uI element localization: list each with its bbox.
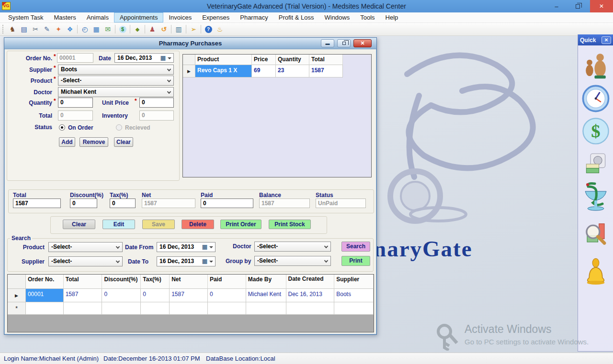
column-header-discount[interactable]: Discount(%) [102,275,141,289]
help-icon[interactable]: ? [203,24,214,34]
received-radio[interactable] [116,124,122,131]
search-product-combobox[interactable]: -Select- [48,242,123,252]
column-header-total[interactable]: Total [64,275,102,289]
patient-record-icon[interactable]: ▤ [18,24,30,34]
medicine-icon[interactable]: ✦ [53,24,64,34]
dialog-close-button[interactable]: ✕ [353,39,372,47]
quantity-field[interactable]: 0 [58,98,93,108]
expenses-icon[interactable]: ◆ [132,24,143,34]
date-from-picker[interactable]: 16 Dec, 2013 ▦ [157,242,216,252]
cell-net[interactable]: 1587 [170,289,208,302]
surgery-icon[interactable]: ✂ [30,24,41,34]
column-header-order-no[interactable]: Order No. [26,275,64,289]
dialog-minimize-button[interactable]: ▬ [321,39,334,47]
column-header-net[interactable]: Net [170,275,208,289]
unit-price-field[interactable]: 0 [139,98,174,108]
cell-total[interactable]: 1587 [309,65,343,77]
row-selector-icon[interactable]: ▶ [8,289,26,302]
cell-discount[interactable]: 0 [102,289,141,302]
cell-date-created[interactable]: Dec 16, 2013 [286,289,335,302]
search-doctor-combobox[interactable]: -Select- [254,242,331,252]
delete-button[interactable]: Delete [182,220,214,229]
supplier-combobox[interactable]: Boots [58,65,174,75]
cell-tax[interactable]: 0 [141,289,170,302]
order-no-field[interactable]: 00001 [57,53,93,63]
remove-button[interactable]: Remove [79,137,108,147]
empty-cell[interactable] [246,302,286,315]
purchases-icon[interactable]: ♟ [147,24,158,34]
menu-system-task[interactable]: System Task [3,12,48,22]
new-row-icon[interactable]: * [8,302,26,315]
menu-profit-loss[interactable]: Profit & Loss [273,12,319,22]
table-row[interactable]: ▶ Revo Caps 1 X 69 23 1587 [183,65,371,77]
returns-icon[interactable]: ↺ [158,24,170,34]
menu-windows[interactable]: Windows [319,12,355,22]
on-order-radio[interactable] [59,124,65,131]
menu-animals[interactable]: Animals [81,12,114,22]
empty-cell[interactable] [170,302,208,315]
cell-quantity[interactable]: 23 [276,65,309,77]
print-stock-button[interactable]: Print Stock [269,220,311,229]
dialog-maximize-button[interactable] [337,39,351,47]
column-header-supplier[interactable]: Supplier [334,275,374,289]
pets-icon[interactable] [583,51,608,80]
menu-tools[interactable]: Tools [355,12,380,22]
cell-made-by[interactable]: Michael Kent [246,289,286,302]
total-field[interactable]: 1587 [13,199,61,208]
reminder-bell-icon[interactable] [585,258,607,286]
empty-cell[interactable] [334,302,374,315]
pharmacy-icon[interactable] [582,180,609,212]
menu-help[interactable]: Help [380,12,404,22]
column-header-date-created[interactable]: Date Created [286,275,335,289]
cell-total[interactable]: 1587 [64,289,102,302]
minimize-button[interactable]: – [546,0,567,12]
menu-pharmacy[interactable]: Pharmacy [235,12,273,22]
empty-cell[interactable] [64,302,102,315]
date-to-picker[interactable]: 16 Dec, 2013 ▦ [157,256,216,266]
vaccination-icon[interactable]: ✎ [41,24,53,34]
row-selector-icon[interactable]: ▶ [183,65,195,77]
column-header-made-by[interactable]: Made By [246,275,286,289]
cell-paid[interactable]: 0 [208,289,246,302]
quick-panel-close-icon[interactable]: ✕ [602,36,611,44]
dog-icon[interactable]: ♞ [7,24,18,34]
tax-field[interactable]: 0 [110,199,136,208]
menu-expenses[interactable]: Expenses [197,12,235,22]
discount-field[interactable]: 0 [70,199,97,208]
column-header-tax[interactable]: Tax(%) [141,275,170,289]
schedule-icon[interactable]: ▦ [91,24,102,34]
empty-cell[interactable] [141,302,170,315]
payments-icon[interactable]: $ [117,24,128,34]
paid-field[interactable]: 0 [201,199,253,208]
column-header-total[interactable]: Total [309,55,343,65]
product-combobox[interactable]: -Select- [58,76,174,86]
empty-cell[interactable] [26,302,64,315]
print-order-button[interactable]: Print Order [220,220,261,229]
cell-price[interactable]: 69 [252,65,276,77]
empty-cell[interactable] [102,302,141,315]
payments-icon[interactable]: $ [582,117,610,145]
table-row[interactable]: ▶ 00001 1587 0 0 1587 0 Michael Kent Dec… [8,289,374,302]
column-header-price[interactable]: Price [252,55,276,65]
restore-button[interactable] [567,0,588,12]
close-button[interactable]: ✕ [590,0,613,12]
new-row[interactable]: * [8,302,374,315]
reminders-icon[interactable]: ➢ [188,24,199,34]
cell-order-no[interactable]: 00001 [26,289,64,302]
parasite-control-icon[interactable]: ❖ [64,24,76,34]
save-button[interactable]: Save [142,220,175,229]
add-button[interactable]: Add [59,137,75,147]
empty-cell[interactable] [208,302,246,315]
search-supplier-combobox[interactable]: -Select- [48,256,123,266]
clear-entry-button[interactable]: Clear [114,137,133,147]
clock-icon[interactable] [582,85,610,112]
menu-masters[interactable]: Masters [48,12,81,22]
column-header-quantity[interactable]: Quantity [276,55,309,65]
stock-icon[interactable]: ▥ [173,24,184,34]
menu-invoices[interactable]: Invoices [163,12,197,22]
invoice-icon[interactable]: ✉ [102,24,114,34]
search-button[interactable]: Search [341,242,370,252]
date-picker[interactable]: 16 Dec, 2013 ▦ [114,53,174,63]
cell-supplier[interactable]: Boots [334,289,374,302]
clear-button[interactable]: Clear [63,220,95,229]
